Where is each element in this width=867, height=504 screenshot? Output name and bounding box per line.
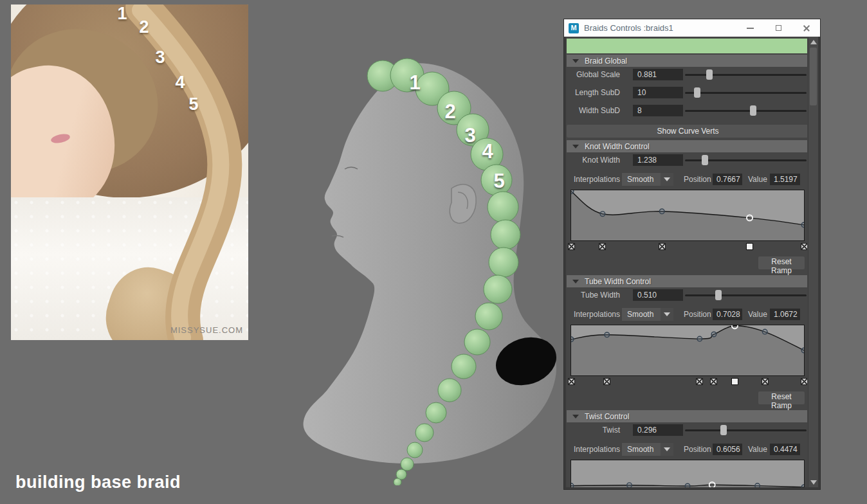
chevron-down-icon[interactable] (661, 173, 673, 186)
scrollbar-down-arrow-icon[interactable] (808, 478, 818, 487)
window-titlebar[interactable]: M Braids Controls :braids1 (564, 19, 820, 37)
value-label: Value (748, 308, 767, 321)
ramp-point[interactable] (571, 483, 574, 487)
twist-ramp[interactable] (570, 460, 805, 487)
ramp-marker[interactable] (801, 243, 808, 250)
ramp-marker-selected[interactable] (731, 378, 738, 385)
tube-width-slider[interactable] (685, 289, 807, 301)
position-label: Position (684, 443, 710, 456)
position-input[interactable] (713, 174, 742, 185)
maya-viewport[interactable]: 12345 (289, 55, 560, 485)
slider-handle[interactable] (702, 155, 708, 165)
ramp-point[interactable] (571, 337, 574, 342)
slider-handle[interactable] (694, 87, 700, 98)
chevron-down-icon[interactable] (661, 443, 673, 456)
section-header-braid-global[interactable]: Braid Global (567, 55, 807, 67)
slider-handle[interactable] (706, 69, 713, 80)
maya-icon-letter: M (570, 24, 576, 32)
section-header-tube-width[interactable]: Tube Width Control (567, 275, 807, 287)
value-input[interactable] (770, 444, 800, 455)
section-header-knot-width[interactable]: Knot Width Control (567, 140, 807, 152)
maya-icon: M (569, 23, 579, 33)
slider-handle[interactable] (720, 425, 727, 435)
global-scale-input[interactable] (633, 69, 683, 80)
global-scale-slider[interactable] (685, 69, 807, 80)
ramp-point[interactable] (659, 209, 664, 214)
twist-input[interactable] (633, 424, 683, 436)
ramp-marker[interactable] (710, 378, 717, 385)
position-input[interactable] (713, 309, 742, 320)
width-subd-label: Width SubD (566, 105, 620, 116)
ramp-point[interactable] (685, 483, 690, 487)
ramp-point[interactable] (801, 222, 804, 228)
watermark: MISSYSUE.COM (170, 325, 243, 335)
ramp-marker[interactable] (603, 378, 610, 385)
interpolation-value: Smooth (627, 308, 653, 321)
ramp-point[interactable] (762, 329, 767, 334)
length-subd-slider[interactable] (685, 87, 807, 98)
close-button[interactable] (802, 24, 811, 33)
ramp-marker[interactable] (568, 378, 575, 385)
ramp-point[interactable] (627, 483, 632, 487)
ramp-point[interactable] (605, 332, 610, 338)
show-curve-verts-button[interactable]: Show Curve Verts (567, 125, 807, 138)
scrollbar-thumb[interactable] (810, 48, 817, 105)
ramp-point[interactable] (755, 483, 760, 487)
ramp-point[interactable] (571, 190, 574, 194)
ramp-marker[interactable] (801, 378, 808, 385)
ramp-point[interactable] (801, 485, 804, 487)
length-subd-label: Length SubD (566, 87, 620, 98)
tube-width-row: Tube Width (566, 289, 807, 301)
position-input[interactable] (713, 444, 742, 455)
scrollbar-up-arrow-icon[interactable] (808, 37, 818, 46)
section-header-twist[interactable]: Twist Control (567, 410, 807, 422)
photo-braid (11, 4, 248, 340)
ramp-point[interactable] (600, 212, 605, 217)
maximize-button[interactable] (774, 24, 783, 33)
ramp-marker[interactable] (659, 243, 666, 250)
step-number-label: 4 (482, 141, 493, 161)
ramp-marker[interactable] (762, 378, 769, 385)
ramp-marker[interactable] (696, 378, 703, 385)
knot-width-ramp[interactable] (570, 190, 805, 241)
ramp-point[interactable] (801, 348, 804, 353)
step-number-label: 5 (493, 171, 504, 191)
tube-ramp-markers (567, 377, 807, 386)
ramp-point[interactable] (711, 332, 716, 337)
value-input[interactable] (770, 174, 800, 185)
collapse-arrow-icon (572, 415, 579, 419)
ramp-marker-selected[interactable] (746, 243, 753, 250)
twist-slider[interactable] (685, 424, 807, 436)
interpolation-select[interactable]: Smooth (622, 443, 673, 456)
length-subd-input[interactable] (633, 87, 683, 98)
value-input[interactable] (770, 309, 800, 320)
ramp-marker[interactable] (568, 243, 575, 250)
interpolation-select[interactable]: Smooth (622, 308, 673, 321)
ramp-point[interactable] (697, 336, 702, 341)
section-title: Braid Global (585, 57, 627, 66)
chevron-down-icon[interactable] (661, 308, 673, 321)
tube-width-input[interactable] (633, 289, 683, 301)
reset-ramp-button[interactable]: Reset Ramp (758, 392, 805, 404)
knot-width-input[interactable] (633, 154, 683, 166)
width-subd-slider[interactable] (685, 105, 807, 116)
interpolation-select[interactable]: Smooth (622, 173, 673, 186)
slider-handle[interactable] (750, 105, 756, 116)
minimize-icon (747, 28, 754, 29)
color-swatch[interactable] (567, 39, 807, 53)
ramp-marker[interactable] (599, 243, 606, 250)
slider-track (685, 92, 807, 94)
tube-width-ramp[interactable] (570, 325, 805, 376)
reset-ramp-button[interactable]: Reset Ramp (758, 256, 805, 269)
slider-handle[interactable] (715, 290, 722, 300)
knot-width-slider[interactable] (685, 154, 807, 166)
collapse-arrow-icon (572, 280, 579, 284)
collapse-arrow-icon (572, 145, 579, 148)
interpolations-label: Interpolations (566, 173, 620, 186)
knot-ramp-markers (567, 242, 807, 251)
step-number-label: 1 (409, 73, 420, 93)
width-subd-input[interactable] (633, 105, 683, 116)
global-scale-label: Global Scale (566, 69, 620, 80)
minimize-button[interactable] (745, 24, 754, 33)
panel-scrollbar[interactable] (808, 37, 818, 487)
